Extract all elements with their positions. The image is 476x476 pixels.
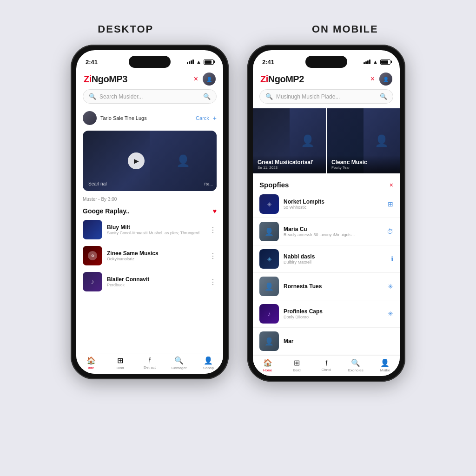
- list-action-4[interactable]: ✳: [388, 283, 393, 290]
- app-header-desktop: ZiNgoMP3 × 👤: [76, 71, 223, 89]
- list-name-3: Nabbi dasis: [284, 253, 386, 260]
- tab-home-icon-mobile: 🏠: [263, 358, 272, 367]
- header-actions-desktop: × 👤: [194, 73, 216, 86]
- recent-add-btn[interactable]: +: [213, 114, 217, 122]
- list-item-1[interactable]: ◈ Norket Lompits 50 Whhostic ⊞: [253, 191, 400, 218]
- track-desc-2: Ookyinanolsriz: [107, 257, 205, 261]
- spopfies-title: Spopfies: [259, 181, 289, 189]
- track-menu-1[interactable]: ⋮: [209, 225, 217, 234]
- spopfies-close-btn[interactable]: ×: [390, 181, 393, 189]
- list-item-6[interactable]: 👤 Mar: [253, 328, 400, 355]
- tab-detract-label-desktop: Detract: [144, 365, 156, 370]
- tab-detract-desktop[interactable]: 𝔣 Detract: [135, 356, 164, 370]
- desktop-label: DESKTOP: [98, 23, 153, 35]
- list-item-2[interactable]: 👤 Maria Cu Reacly anresslr 30 :avony iMi…: [253, 218, 400, 245]
- list-action-1[interactable]: ⊞: [388, 200, 393, 208]
- list-item-4[interactable]: 👤 Rornesta Tues ✳: [253, 273, 400, 300]
- tab-home-icon-desktop: 🏠: [86, 356, 96, 365]
- tab-maike-mobile[interactable]: 👤 Maike: [370, 358, 400, 372]
- tab-bind-desktop[interactable]: ⊞ Bind: [106, 356, 135, 370]
- list-sub-2: Reacly anresslr 30 :avony iMinuigcts...: [284, 232, 382, 237]
- status-icons-desktop: ▲: [187, 60, 214, 65]
- tab-shoop-desktop[interactable]: 👤 Shoop: [194, 356, 223, 370]
- hero-right-label: Re...: [204, 182, 213, 186]
- list-avatar-1: ◈: [259, 194, 279, 214]
- track-info-3: Blailer Connavit Perdbuck: [107, 276, 205, 287]
- tab-shoop-label-desktop: Shoop: [203, 366, 214, 370]
- list-avatar-4: 👤: [259, 277, 279, 296]
- close-button-desktop[interactable]: ×: [194, 75, 198, 83]
- tab-exonoles-mobile[interactable]: 🔍 Exonoles: [341, 358, 370, 372]
- tab-comager-desktop[interactable]: 🔍 Comager: [165, 356, 194, 370]
- tab-bold-mobile[interactable]: ⊞ Bold: [282, 358, 311, 372]
- list-avatar-6: 👤: [259, 331, 279, 351]
- list-sub-5: Donly Diionro: [284, 315, 383, 319]
- recent-track-row: Tario Sale Tine Lugs Carck +: [76, 108, 223, 128]
- app-logo-mobile: ZiNgoMP2: [260, 74, 304, 85]
- close-button-mobile[interactable]: ×: [370, 75, 375, 83]
- phones-row: 2:41 ▲: [19, 45, 457, 382]
- page-wrapper: DESKTOP ON MOBILE 2:41: [9, 9, 467, 476]
- list-action-5[interactable]: ✳: [388, 310, 393, 317]
- tab-home-desktop[interactable]: 🏠 Inte: [76, 356, 106, 370]
- wifi-icon-mobile: ▲: [373, 60, 378, 65]
- search-placeholder-desktop: Search Musider...: [99, 93, 200, 100]
- search-button-desktop[interactable]: 🔍: [203, 93, 211, 100]
- track-menu-2[interactable]: ⋮: [209, 251, 217, 260]
- logo-mp-mobile: MP: [285, 74, 299, 84]
- app-header-mobile: ZiNgoMP2 × 👤: [253, 71, 400, 89]
- list-name-2: Maria Cu: [284, 226, 382, 232]
- spopfies-header: Spopfies ×: [253, 178, 400, 191]
- search-button-mobile[interactable]: 🔍: [380, 93, 387, 100]
- tab-bar-desktop: 🏠 Inte ⊞ Bind 𝔣 Detract 🔍 Comager: [76, 353, 223, 374]
- search-icon-desktop: 🔍: [89, 93, 96, 100]
- list-item-3[interactable]: ◈ Nabbi dasis Duibiry Mattrell ℹ: [253, 245, 400, 273]
- search-bar-mobile[interactable]: 🔍 Musinugh Musich Plade... 🔍: [259, 89, 393, 104]
- track-item-3: ♪ Blailer Connavit Perdbuck ⋮: [76, 269, 223, 295]
- list-item-5[interactable]: ♪ Profinles Caps Donly Diionro ✳: [253, 300, 400, 328]
- featured-card-2[interactable]: 👤 Cleanc Music Foulty Tear: [326, 108, 400, 173]
- header-actions-mobile: × 👤: [370, 73, 392, 86]
- search-bar-desktop[interactable]: 🔍 Search Musider... 🔍: [83, 89, 217, 104]
- list-name-4: Rornesta Tues: [284, 283, 383, 290]
- track-name-1: Bluy Milt: [107, 224, 205, 231]
- track-item-2: ⚙ Zinee Same Musics Ookyinanolsriz ⋮: [76, 243, 223, 269]
- track-menu-3[interactable]: ⋮: [209, 278, 217, 286]
- tab-chnol-label-mobile: Chnol: [322, 368, 331, 372]
- dynamic-island-desktop: [129, 56, 171, 68]
- section-title-desktop: Googe Raplay..: [83, 207, 130, 215]
- search-placeholder-mobile: Musinugh Musich Plade...: [276, 93, 377, 100]
- hero-play-button[interactable]: ▶: [128, 152, 145, 169]
- wifi-icon-desktop: ▲: [196, 60, 201, 65]
- list-sub-3: Duibiry Mattrell: [284, 260, 386, 264]
- signal-icon-desktop: [187, 60, 194, 64]
- tab-chnol-mobile[interactable]: 𝔣 Chnol: [311, 358, 341, 372]
- featured-title-1: Gneat Musiicatorisal': [258, 159, 321, 165]
- list-action-3[interactable]: ℹ: [391, 255, 393, 263]
- tab-chnol-icon-mobile: 𝔣: [325, 358, 328, 367]
- app-logo-desktop: ZiNgoMP3: [84, 74, 127, 85]
- mobile-label: ON MOBILE: [312, 23, 378, 35]
- avatar-mobile: 👤: [379, 73, 392, 86]
- track-name-3: Blailer Connavit: [107, 276, 205, 283]
- search-icon-mobile: 🔍: [265, 93, 273, 100]
- list-avatar-5: ♪: [259, 304, 279, 324]
- dynamic-island-mobile: [305, 56, 347, 68]
- logo-mp-desktop: MP: [109, 74, 122, 84]
- logo-num-mobile: 2: [299, 74, 304, 84]
- list-info-5: Profinles Caps Donly Diionro: [284, 308, 383, 319]
- featured-card-content-2: Cleanc Music Foulty Tear: [327, 155, 400, 173]
- recent-action-btn[interactable]: Carck: [196, 115, 209, 121]
- now-playing-info: Muster - By 3:00: [76, 194, 223, 204]
- logo-zi-desktop: Zi: [84, 74, 92, 84]
- tab-exonoles-label-mobile: Exonoles: [348, 368, 364, 372]
- list-action-2[interactable]: ⏱: [387, 228, 393, 235]
- tab-home-label-mobile: Hone: [263, 368, 272, 372]
- tab-comager-label-desktop: Comager: [172, 366, 187, 370]
- tab-comager-icon-desktop: 🔍: [174, 356, 184, 365]
- recent-name: Tario Sale Tine Lugs: [100, 115, 192, 121]
- tab-home-mobile[interactable]: 🏠 Hone: [253, 358, 282, 372]
- featured-card-1[interactable]: 👤 Gneat Musiicatorisal' Se 11. 2023: [253, 108, 326, 173]
- list-avatar-2: 👤: [259, 222, 279, 241]
- track-art-2: ⚙: [83, 246, 102, 265]
